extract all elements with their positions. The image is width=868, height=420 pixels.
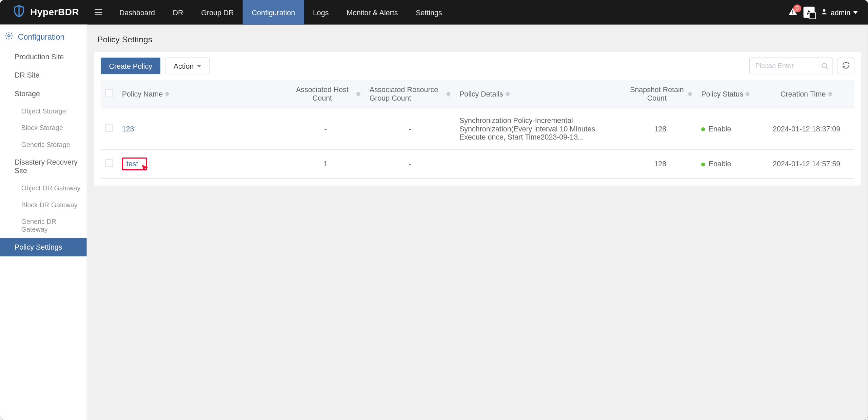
nav-configuration[interactable]: Configuration [243, 0, 304, 25]
alerts-button[interactable]: 0 [788, 6, 798, 18]
nav-logs[interactable]: Logs [304, 0, 338, 25]
alerts-count-badge: 0 [793, 4, 801, 12]
sort-icon[interactable] [446, 91, 450, 97]
status-text: Enable [709, 160, 731, 168]
status-text: Enable [709, 125, 731, 133]
sort-icon[interactable] [505, 91, 510, 97]
svg-point-0 [21, 7, 22, 8]
nav-settings[interactable]: Settings [407, 0, 451, 25]
language-label: A [807, 9, 811, 15]
caret-down-icon [853, 11, 857, 14]
cell-snap: 128 [624, 108, 697, 149]
nav-monitor-alerts[interactable]: Monitor & Alerts [338, 0, 407, 25]
svg-rect-6 [792, 13, 793, 14]
nav-items: Dashboard DR Group DR Configuration Logs… [111, 0, 451, 25]
status-dot-icon [701, 163, 705, 167]
highlight-annotation: test [122, 158, 147, 170]
svg-rect-5 [792, 10, 793, 12]
search-wrap [749, 58, 833, 74]
sidebar-header[interactable]: Configuration [0, 25, 87, 48]
nav-dr[interactable]: DR [164, 0, 192, 25]
svg-point-8 [8, 35, 10, 37]
toolbar: Create Policy Action [101, 58, 854, 74]
sidebar-dr-site[interactable]: DR Site [0, 66, 87, 84]
page-title: Policy Settings [87, 25, 868, 52]
action-dropdown[interactable]: Action [165, 58, 210, 74]
language-switch-icon[interactable]: A [803, 7, 814, 18]
menu-toggle-icon[interactable] [87, 0, 110, 25]
sidebar-block-dr-gateway[interactable]: Block DR Gateway [0, 196, 87, 213]
gear-icon [4, 31, 13, 42]
sidebar-storage[interactable]: Storage [0, 84, 87, 103]
create-policy-button[interactable]: Create Policy [101, 58, 161, 74]
sidebar-generic-dr-gateway[interactable]: Generic DR Gateway [0, 213, 87, 238]
nav-right: 0 A admin [788, 0, 868, 25]
sidebar: Configuration Production Site DR Site St… [0, 25, 87, 420]
refresh-button[interactable] [837, 58, 854, 74]
cell-host: - [286, 108, 365, 149]
policy-table: Policy Name Associated Host Count Associ… [101, 80, 854, 179]
sort-icon[interactable] [165, 91, 170, 97]
cell-status: Enable [697, 149, 758, 178]
svg-point-7 [823, 9, 825, 12]
nav-group-dr[interactable]: Group DR [192, 0, 243, 25]
policy-card: Create Policy Action [94, 52, 861, 185]
status-dot-icon [701, 127, 705, 131]
cell-host: 1 [286, 149, 365, 178]
sort-icon[interactable] [746, 91, 750, 97]
user-name: admin [831, 8, 850, 17]
sidebar-policy-settings[interactable]: Policy Settings [0, 238, 87, 256]
shield-logo-icon [12, 4, 26, 20]
sidebar-object-storage[interactable]: Object Storage [0, 103, 87, 119]
cell-details: Synchronization Policy-Incremental Synch… [455, 108, 624, 149]
select-all-checkbox[interactable] [105, 89, 113, 97]
sort-icon[interactable] [356, 91, 360, 97]
cell-time: 2024-01-12 14:57:59 [759, 149, 854, 178]
main-content: Policy Settings Create Policy Action [87, 25, 868, 420]
chevron-down-icon [197, 64, 201, 67]
policy-name-link[interactable]: test [126, 160, 138, 168]
row-checkbox[interactable] [105, 159, 113, 167]
sort-icon[interactable] [828, 91, 832, 97]
col-host-count[interactable]: Associated Host Count [291, 85, 354, 102]
nav-dashboard[interactable]: Dashboard [111, 0, 164, 25]
table-row: test 1 - 128 Enable 2024 [101, 149, 854, 178]
sidebar-production-site[interactable]: Production Site [0, 47, 87, 66]
row-checkbox[interactable] [105, 124, 113, 132]
cell-res: - [365, 108, 455, 149]
col-policy-name[interactable]: Policy Name [122, 90, 163, 98]
sidebar-disaster-recovery-site[interactable]: Disastery Recovery Site [0, 153, 87, 180]
brand: HyperBDR [0, 0, 87, 25]
sidebar-generic-storage[interactable]: Generic Storage [0, 136, 87, 153]
cell-details [455, 149, 624, 178]
cursor-arrow-icon [140, 163, 149, 174]
action-label: Action [174, 62, 194, 70]
svg-line-10 [826, 67, 828, 69]
cell-res: - [365, 149, 455, 178]
user-icon [820, 7, 828, 17]
cell-time: 2024-01-12 18:37:09 [759, 108, 854, 149]
svg-point-1 [20, 6, 21, 7]
svg-point-9 [822, 63, 827, 68]
cell-snap: 128 [624, 149, 697, 178]
col-policy-details[interactable]: Policy Details [459, 90, 503, 98]
cell-status: Enable [697, 108, 758, 149]
sidebar-header-label: Configuration [18, 32, 64, 41]
sidebar-block-storage[interactable]: Block Storage [0, 120, 87, 136]
refresh-icon [842, 61, 850, 71]
sidebar-object-dr-gateway[interactable]: Object DR Gateway [0, 180, 87, 196]
table-row: 123 - - Synchronization Policy-Increment… [101, 108, 854, 149]
policy-name-link[interactable]: 123 [122, 125, 134, 133]
brand-name: HyperBDR [30, 7, 79, 18]
top-nav: HyperBDR Dashboard DR Group DR Configura… [0, 0, 868, 25]
col-creation-time[interactable]: Creation Time [781, 90, 826, 98]
sort-icon[interactable] [688, 91, 692, 97]
col-policy-status[interactable]: Policy Status [701, 90, 743, 98]
user-menu[interactable]: admin [820, 7, 857, 17]
col-resource-group-count[interactable]: Associated Resource Group Count [370, 85, 444, 102]
col-snapshot-retain[interactable]: Snapshot Retain Count [628, 85, 686, 102]
table-header-row: Policy Name Associated Host Count Associ… [101, 80, 854, 108]
